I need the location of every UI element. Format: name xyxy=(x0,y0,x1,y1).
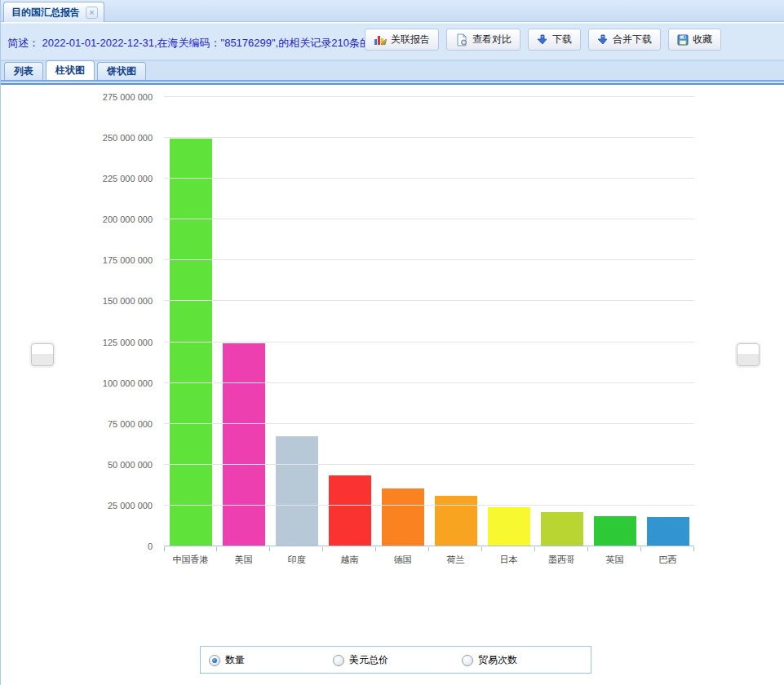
bar-英国[interactable] xyxy=(594,516,636,546)
x-tick xyxy=(164,547,217,551)
bar-slot xyxy=(376,488,429,546)
gridline xyxy=(164,423,694,424)
merge-download-button[interactable]: 合并下载 xyxy=(588,29,661,51)
favorite-button[interactable]: 收藏 xyxy=(668,29,721,51)
y-axis-label: 25 000 000 xyxy=(108,501,153,510)
metric-usd-total-radio-label: 美元总价 xyxy=(349,653,388,667)
x-tick xyxy=(641,547,694,551)
gridline xyxy=(164,342,694,342)
view-compare-button[interactable]: 查看对比 xyxy=(446,29,520,51)
page-title: 目的国汇总报告 xyxy=(11,6,80,20)
gridline xyxy=(164,464,694,465)
tab-separator-band xyxy=(1,80,784,85)
summary-toolbar-band: 简述： 2022-01-01-2022-12-31,在海关编码："8517629… xyxy=(1,23,784,60)
x-axis-label: 荷兰 xyxy=(429,554,482,566)
x-tick xyxy=(535,547,588,551)
radio-icon[interactable] xyxy=(462,655,473,666)
gridline xyxy=(164,96,694,97)
gridline xyxy=(164,382,694,383)
bar-slot xyxy=(323,475,376,546)
download-arrow-icon xyxy=(597,34,609,46)
gridline xyxy=(164,300,694,301)
metric-trade-count-radio-label: 贸易次数 xyxy=(478,653,517,667)
x-axis-label: 越南 xyxy=(323,554,376,566)
tab-list[interactable]: 列表 xyxy=(4,62,43,80)
gridline xyxy=(164,505,694,506)
window-tab-bar: 目的国汇总报告 × xyxy=(1,0,784,22)
bar-slot xyxy=(641,517,694,546)
bar-荷兰[interactable] xyxy=(435,496,477,546)
bar-日本[interactable] xyxy=(488,507,530,546)
metric-usd-total-radio[interactable]: 美元总价 xyxy=(333,653,388,667)
x-axis-label: 日本 xyxy=(482,554,535,566)
merge-download-button-label: 合并下载 xyxy=(613,33,652,46)
save-disk-icon xyxy=(677,34,689,46)
bar-chart-icon xyxy=(374,33,387,46)
bar-series xyxy=(164,96,694,546)
y-axis-label: 200 000 000 xyxy=(103,214,153,224)
tab-bar-chart[interactable]: 柱状图 xyxy=(46,60,95,80)
bar-越南[interactable] xyxy=(329,475,371,546)
radio-icon[interactable] xyxy=(209,655,220,666)
bar-美国[interactable] xyxy=(223,343,265,546)
view-tab-row: 列表柱状图饼状图 xyxy=(1,61,784,80)
metric-quantity-radio-label: 数量 xyxy=(225,653,245,667)
bar-巴西[interactable] xyxy=(647,517,689,546)
page-left-button[interactable] xyxy=(31,343,54,366)
x-tick xyxy=(588,547,641,551)
y-axis-label: 150 000 000 xyxy=(103,296,153,306)
y-axis-label: 125 000 000 xyxy=(103,338,153,347)
compare-doc-icon xyxy=(455,33,468,46)
x-tick xyxy=(270,547,323,551)
gridline xyxy=(164,178,694,179)
x-axis-label: 美国 xyxy=(217,554,270,566)
view-tab-bar: 列表柱状图饼状图 xyxy=(1,60,784,80)
summary-text: 简述： 2022-01-01-2022-12-31,在海关编码："8517629… xyxy=(7,36,370,51)
x-tick xyxy=(217,547,270,551)
bar-slot xyxy=(482,507,535,546)
x-axis-ticks xyxy=(164,547,695,551)
close-icon[interactable]: × xyxy=(86,7,98,19)
y-axis-label: 75 000 000 xyxy=(108,419,153,429)
window-tab-destination-report[interactable]: 目的国汇总报告 × xyxy=(3,2,104,22)
tab-pie-chart[interactable]: 饼状图 xyxy=(97,62,146,80)
download-arrow-icon xyxy=(537,34,548,46)
view-compare-button-label: 查看对比 xyxy=(472,33,512,46)
bar-slot xyxy=(429,496,482,546)
bar-slot xyxy=(270,436,323,546)
x-tick xyxy=(376,547,429,551)
related-report-button-label: 关联报告 xyxy=(391,33,430,46)
bar-墨西哥[interactable] xyxy=(541,512,583,546)
toolbar: 关联报告查看对比下载合并下载收藏 xyxy=(365,29,721,51)
x-axis-label: 印度 xyxy=(270,554,323,566)
bar-slot xyxy=(588,516,641,546)
x-tick xyxy=(429,547,482,551)
gridline xyxy=(164,137,694,138)
metric-quantity-radio[interactable]: 数量 xyxy=(209,653,245,667)
y-axis-label: 250 000 000 xyxy=(103,133,153,143)
x-axis-label: 英国 xyxy=(588,554,641,566)
favorite-button-label: 收藏 xyxy=(693,33,712,46)
y-axis-label: 225 000 000 xyxy=(103,174,153,183)
bar-德国[interactable] xyxy=(382,488,424,546)
related-report-button[interactable]: 关联报告 xyxy=(365,29,439,51)
x-tick xyxy=(323,547,376,551)
x-axis-label: 德国 xyxy=(376,554,429,566)
y-axis-label: 0 xyxy=(148,541,153,551)
gridline xyxy=(164,259,694,260)
y-axis-label: 50 000 000 xyxy=(108,460,153,470)
bar-slot xyxy=(217,343,270,546)
x-axis-label: 中国香港 xyxy=(164,554,217,566)
metric-radio-group: 数量美元总价贸易次数 xyxy=(200,646,591,674)
x-axis-label: 墨西哥 xyxy=(535,554,588,566)
y-axis-labels: 025 000 00050 000 00075 000 000100 000 0… xyxy=(1,97,153,546)
x-axis-labels: 中国香港美国印度越南德国荷兰日本墨西哥英国巴西 xyxy=(164,554,694,566)
metric-trade-count-radio[interactable]: 贸易次数 xyxy=(462,653,517,667)
page-right-button[interactable] xyxy=(737,343,760,366)
gridline xyxy=(164,219,694,219)
plot-area xyxy=(164,97,694,546)
y-axis-label: 100 000 000 xyxy=(103,378,153,388)
bar-印度[interactable] xyxy=(276,436,318,546)
radio-icon[interactable] xyxy=(333,655,344,666)
download-button[interactable]: 下载 xyxy=(528,29,581,51)
